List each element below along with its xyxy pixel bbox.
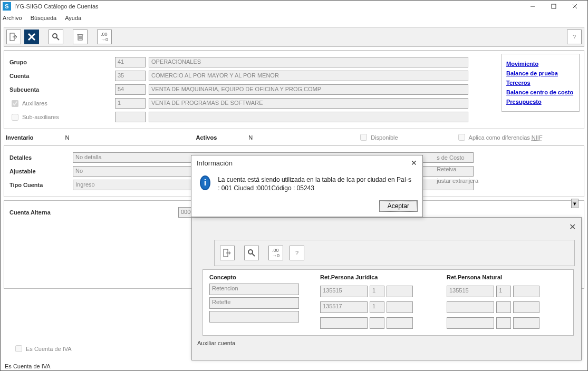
inventario-value: N [65,134,70,141]
grupo-desc[interactable]: OPERACIONALES [149,57,468,67]
activos-value: N [248,134,253,141]
aux-search-icon[interactable] [244,246,259,260]
jur-cell-a[interactable] [320,317,368,329]
grupo-code[interactable]: 41 [115,57,146,67]
close-x-icon[interactable] [24,30,39,44]
subauxiliares-label: Sub-auxiliares [22,114,59,120]
jur-cell-c[interactable] [387,286,413,297]
natural-header: Ret.Persona Natural [447,274,552,280]
info-icon: i [200,175,210,190]
cuenta-label: Cuenta [9,73,115,79]
jur-cell-b[interactable]: 1 [370,301,384,313]
inventory-row: Inventario N Activos N Disponible Aplica… [6,132,582,142]
info-close-icon[interactable]: ✕ [411,159,417,167]
link-movimiento[interactable]: Movimiento [506,61,575,67]
subaux-code[interactable] [115,112,146,122]
link-balance-prueba[interactable]: Balance de prueba [506,70,575,76]
nat-cell-c[interactable] [513,286,539,297]
niif-check[interactable]: Aplica como diferencias NIIF [456,132,543,142]
concepto-cell[interactable]: Retefte [209,297,299,309]
link-balance-centro[interactable]: Balance centro de costo [506,89,575,95]
maximize-button[interactable] [543,1,564,12]
accounts-panel: Grupo 41 OPERACIONALES Cuenta 35 COMERCI… [4,50,584,129]
link-terceros[interactable]: Terceros [506,80,575,86]
cuenta-desc[interactable]: COMERCIO AL POR MAYOR Y AL POR MENOR [149,71,468,81]
subcuenta-desc[interactable]: VENTA DE MAQUINARIA, EQUIPO DE OFICINA Y… [149,84,468,95]
svg-point-7 [53,34,57,38]
nat-cell-b[interactable] [496,317,511,329]
aux-content: Concepto Retencion Retefte Ret.Persona J… [203,269,574,336]
nat-cell-c[interactable] [513,317,539,329]
menu-archivo[interactable]: Archivo [3,15,22,21]
side-extranjera: justar extranjera [437,178,478,184]
aux-toolbar: .00→0 ? [214,240,575,266]
subcuenta-label: Subcuenta [9,86,115,93]
iva-label: Es Cuenta de IVA [26,346,72,352]
link-presupuesto[interactable]: Presupuesto [506,99,575,105]
close-button[interactable] [564,1,585,12]
aux-code[interactable]: 1 [115,98,146,109]
info-title: Información [197,159,233,167]
side-costo: s de Costo [437,154,478,161]
jur-cell-a[interactable]: 135515 [320,286,368,297]
side-reteiva: Reteiva [437,166,478,172]
aux-close-icon[interactable]: ✕ [569,222,576,232]
nat-cell-b[interactable]: 1 [496,286,511,297]
concepto-cell[interactable] [209,311,299,323]
niif-under: NIIF [532,134,543,141]
aux-decimal-icon[interactable]: .00→0 [268,246,283,260]
disponible-check[interactable]: Disponible [358,132,398,142]
svg-line-8 [56,37,59,40]
info-message: La cuenta está siendo utilizada en la ta… [218,175,414,192]
auxiliares-check[interactable]: Auxiliares [9,99,47,109]
nat-cell-a[interactable] [447,317,494,329]
menu-busqueda[interactable]: Búsqueda [31,15,57,21]
jur-cell-c[interactable] [387,301,413,313]
jur-cell-b[interactable]: 1 [370,286,384,297]
aux-exit-icon[interactable] [220,246,235,260]
decimal-icon[interactable]: .00→0 [97,30,112,44]
svg-line-16 [252,253,255,256]
minimize-button[interactable] [522,1,543,12]
search-icon[interactable] [49,30,63,44]
ajustable-label: Ajustable [9,168,73,174]
links-panel: Movimiento Balance de prueba Terceros Ba… [502,54,580,112]
aux-help-icon[interactable]: ? [290,246,304,260]
dropdown-arrow-icon[interactable]: ▾ [571,199,579,208]
nat-cell-a[interactable] [447,301,494,313]
svg-point-15 [248,250,253,254]
nat-cell-c[interactable] [513,301,539,313]
titlebar: S IYG-SIIGO Catálogo de Cuentas [1,1,587,12]
jur-cell-b[interactable] [370,317,384,329]
subauxiliares-check[interactable]: Sub-auxiliares [9,112,59,122]
subaux-desc[interactable] [149,112,468,122]
niif-pre: Aplica como diferencias [469,134,532,141]
window-title: IYG-SIIGO Catálogo de Cuentas [14,3,99,9]
aux-desc[interactable]: VENTA DE PROGRAMAS DE SOFTWARE [149,98,468,109]
nat-cell-b[interactable] [496,301,511,313]
auxiliares-label: Auxiliares [22,100,47,106]
jur-cell-c[interactable] [387,317,413,329]
jur-cell-a[interactable]: 135517 [320,301,368,313]
alterna-label: Cuenta Alterna [9,209,178,216]
subcuenta-code[interactable]: 54 [115,84,146,95]
tipo-label: Tipo Cuenta [9,182,73,188]
cuenta-code[interactable]: 35 [115,71,146,81]
help-icon[interactable]: ? [567,30,582,44]
status-bar: Es Cuenta de IVA [5,363,51,369]
menubar: Archivo Búsqueda Ayuda [1,12,587,24]
exit-icon[interactable] [6,30,21,44]
toolbar: .00→0 ? [4,27,584,47]
juridica-header: Ret.Persona Jurídica [320,274,426,280]
aux-footer: Auxiliar cuenta [192,338,581,349]
menu-ayuda[interactable]: Ayuda [65,15,81,21]
trash-icon[interactable] [73,30,88,44]
accept-button[interactable]: Aceptar [380,201,417,211]
activos-label: Activos [196,134,217,141]
disponible-label: Disponible [371,134,398,141]
nat-cell-a[interactable]: 135515 [447,286,494,297]
concepto-cell[interactable]: Retencion [209,284,299,295]
detalles-label: Detalles [9,154,73,161]
info-dialog: Información ✕ i La cuenta está siendo ut… [191,155,423,217]
iva-check[interactable]: Es Cuenta de IVA [13,344,72,354]
